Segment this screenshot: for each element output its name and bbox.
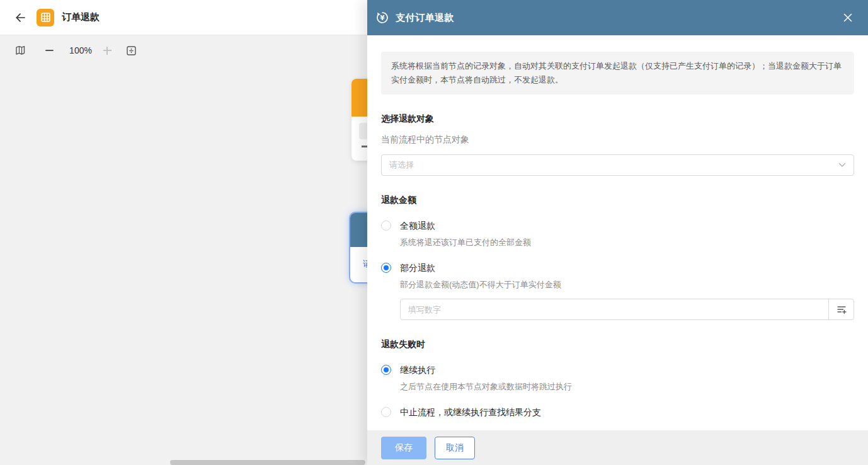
chevron-down-icon [838,163,846,168]
fit-view-button[interactable] [123,43,139,58]
back-button[interactable] [13,10,28,25]
continue-execution-radio[interactable] [381,365,391,375]
cancel-button[interactable]: 取消 [435,437,475,459]
drawer-title: 支付订单退款 [396,12,454,24]
info-banner: 系统将根据当前节点的记录对象，自动对其关联的支付订单发起退款（仅支持已产生支付订… [381,52,854,95]
node-link-text-fragment: 请选择 [363,258,367,270]
option-partial-refund: 部分退款 部分退款金额(动态值)不得大于订单实付金额 [381,262,854,290]
full-refund-radio[interactable] [381,221,391,231]
continue-execution-label[interactable]: 继续执行 [400,364,572,376]
abort-flow-label[interactable]: 中止流程，或继续执行查找结果分支 [400,406,541,418]
refund-settings-drawer: ¥ 支付订单退款 系统将根据当前节点的记录对象，自动对其关联的支付订单发起退款（… [367,0,868,465]
refund-icon: ¥ [375,11,389,25]
zoom-out-button[interactable] [42,43,57,58]
drawer-header: ¥ 支付订单退款 [367,0,868,35]
drawer-body: 系统将根据当前节点的记录对象，自动对其关联的支付订单发起退款（仅支持已产生支付订… [367,35,868,430]
section-refund-amount-label: 退款金额 [381,195,854,206]
insert-variable-button[interactable] [828,299,854,319]
plus-icon [103,47,111,55]
canvas-horizontal-scrollbar[interactable] [170,460,365,465]
option-abort-flow: 中止流程，或继续执行查找结果分支 [381,406,854,418]
insert-variable-icon [837,304,847,314]
abort-flow-radio[interactable] [381,407,391,417]
option-continue-execution: 继续执行 之后节点在使用本节点对象或数据时将跳过执行 [381,364,854,393]
svg-text:¥: ¥ [380,14,385,21]
minimap-icon [14,45,26,56]
option-full-refund: 全额退款 系统将退还该订单已支付的全部金额 [381,220,854,248]
full-refund-label[interactable]: 全额退款 [400,220,531,231]
grid-icon [40,12,51,23]
select-placeholder: 请选择 [389,159,838,171]
refund-target-sub-label: 当前流程中的节点对象 [381,134,854,146]
partial-refund-label[interactable]: 部分退款 [400,262,561,273]
refund-amount-input[interactable] [401,299,828,319]
table-app-icon [37,9,54,26]
section-refund-fail-label: 退款失败时 [381,339,854,350]
fit-view-icon [126,45,137,56]
full-refund-desc: 系统将退还该订单已支付的全部金额 [400,237,531,248]
canvas-toolbar: 100% [13,43,139,58]
page-title: 订单退款 [62,11,100,23]
section-refund-target-label: 选择退款对象 [381,113,854,125]
partial-refund-desc: 部分退款金额(动态值)不得大于订单实付金额 [400,279,561,290]
continue-execution-desc: 之后节点在使用本节点对象或数据时将跳过执行 [400,381,572,393]
refund-target-select[interactable]: 请选择 [381,154,854,176]
close-button[interactable] [840,10,855,25]
save-button[interactable]: 保存 [381,437,426,459]
partial-refund-radio[interactable] [381,263,391,273]
back-arrow-icon [14,12,26,23]
minimap-toggle-button[interactable] [13,43,28,58]
zoom-in-button[interactable] [100,43,115,58]
zoom-level: 100% [67,45,94,55]
drawer-footer: 保存 取消 [367,430,868,465]
close-icon [843,13,852,22]
refund-amount-input-group [400,299,854,320]
minus-icon [45,50,54,51]
